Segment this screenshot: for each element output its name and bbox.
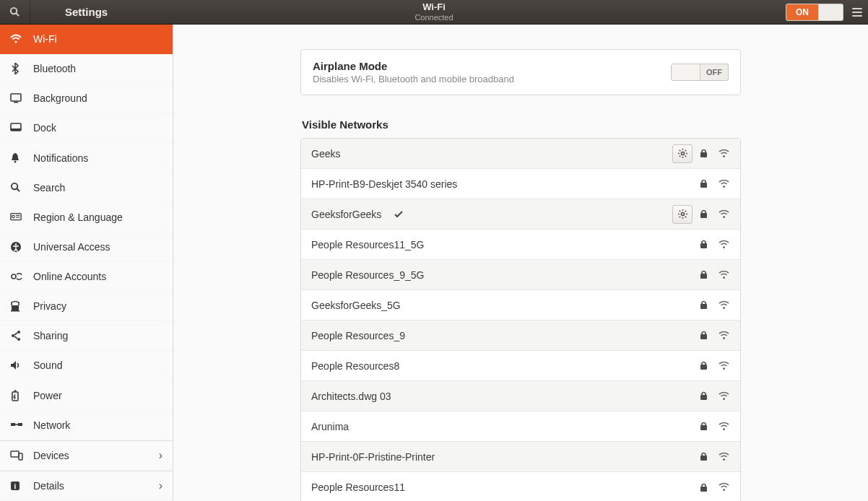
devices-icon xyxy=(10,450,23,461)
svg-rect-29 xyxy=(11,451,19,457)
svg-rect-25 xyxy=(14,390,17,391)
sidebar-item-devices[interactable]: Devices› xyxy=(0,441,173,471)
svg-point-70 xyxy=(723,428,725,430)
wifi-signal-icon xyxy=(719,483,730,492)
svg-line-38 xyxy=(679,150,680,151)
page-subtitle: Connected xyxy=(415,13,453,22)
airplane-toggle-knob xyxy=(672,64,700,80)
network-row[interactable]: HP-Print-B9-Deskjet 3540 series xyxy=(301,169,740,199)
sidebar-item-label: Notifications xyxy=(33,152,88,164)
svg-rect-59 xyxy=(700,274,707,279)
lock-icon xyxy=(700,422,711,431)
svg-rect-61 xyxy=(700,304,707,309)
airplane-mode-toggle[interactable]: OFF xyxy=(671,64,729,81)
lock-icon xyxy=(700,331,711,340)
svg-point-64 xyxy=(723,337,725,339)
lock-icon xyxy=(700,270,711,279)
share-icon xyxy=(10,330,23,341)
sidebar-item-sharing[interactable]: Sharing xyxy=(0,321,173,351)
svg-rect-26 xyxy=(11,423,15,426)
sidebar-item-label: Online Accounts xyxy=(33,271,106,282)
menu-button[interactable] xyxy=(849,8,865,17)
sidebar-item-dock[interactable]: Dock xyxy=(0,113,173,143)
svg-rect-24 xyxy=(12,392,18,401)
network-row[interactable]: Geeks xyxy=(301,139,740,169)
wifi-signal-icon xyxy=(719,301,730,310)
sidebar-item-privacy[interactable]: Privacy xyxy=(0,292,173,321)
network-row[interactable]: People Resources8 xyxy=(301,351,740,381)
search-icon xyxy=(10,182,23,193)
network-name: Architects.dwg 03 xyxy=(311,391,391,402)
sidebar-item-label: Details xyxy=(33,480,64,492)
header-search-button[interactable] xyxy=(0,0,30,25)
network-row[interactable]: GeeksforGeeks xyxy=(301,199,740,230)
network-settings-button[interactable] xyxy=(672,205,693,224)
wifi-toggle-knob xyxy=(818,4,843,20)
svg-point-15 xyxy=(15,243,17,245)
wifi-toggle[interactable]: ON xyxy=(786,4,843,21)
svg-point-16 xyxy=(12,274,16,279)
network-row[interactable]: HP-Print-0F-Pristine-Printer xyxy=(301,442,740,472)
svg-line-54 xyxy=(685,211,685,212)
network-row[interactable]: People Resources11 xyxy=(301,472,740,501)
sidebar-item-universal-access[interactable]: Universal Access xyxy=(0,232,173,262)
network-name: Geeks xyxy=(311,148,340,160)
chevron-right-icon: › xyxy=(159,479,162,492)
network-row[interactable]: Arunima xyxy=(301,411,740,442)
svg-point-21 xyxy=(17,338,20,341)
svg-point-56 xyxy=(723,216,725,218)
sidebar-item-online-accounts[interactable]: Online Accounts xyxy=(0,262,173,292)
sidebar-item-wi-fi[interactable]: Wi-Fi xyxy=(0,25,173,54)
lock-icon xyxy=(700,483,711,492)
svg-line-40 xyxy=(679,156,680,157)
sidebar-item-label: Bluetooth xyxy=(33,63,76,74)
globe-icon xyxy=(10,212,23,222)
svg-point-72 xyxy=(723,458,725,461)
sidebar-item-search[interactable]: Search xyxy=(0,173,173,203)
svg-point-0 xyxy=(11,8,17,14)
network-row[interactable]: People Resources11_5G xyxy=(301,230,740,260)
svg-point-68 xyxy=(723,398,725,400)
sidebar-item-network[interactable]: Network xyxy=(0,411,173,440)
network-name: People Resources_9_5G xyxy=(311,269,424,281)
network-name: GeeksforGeeks xyxy=(311,209,381,220)
sidebar-item-bluetooth[interactable]: Bluetooth xyxy=(0,54,173,84)
sidebar-item-background[interactable]: Background xyxy=(0,84,173,113)
network-row[interactable]: People Resources_9_5G xyxy=(301,260,740,290)
wifi-signal-icon xyxy=(719,149,730,158)
lock-icon xyxy=(700,149,711,158)
network-name: People Resources_9 xyxy=(311,330,405,341)
sidebar-item-sound[interactable]: Sound xyxy=(0,351,173,380)
svg-rect-18 xyxy=(11,310,19,312)
network-name: HP-Print-B9-Deskjet 3540 series xyxy=(311,178,457,190)
sidebar-item-label: Sound xyxy=(33,360,62,371)
network-row[interactable]: GeeksforGeeks_5G xyxy=(301,290,740,321)
svg-point-60 xyxy=(723,276,725,279)
network-list: GeeksHP-Print-B9-Deskjet 3540 seriesGeek… xyxy=(300,138,741,501)
svg-line-22 xyxy=(14,333,17,335)
network-row[interactable]: Architects.dwg 03 xyxy=(301,381,740,411)
svg-text:i: i xyxy=(14,482,17,490)
svg-point-11 xyxy=(12,215,15,218)
lock-icon xyxy=(700,209,711,219)
connected-check-icon xyxy=(394,211,403,218)
wifi-signal-icon xyxy=(719,331,730,340)
svg-rect-71 xyxy=(700,456,707,461)
sidebar-item-details[interactable]: iDetails› xyxy=(0,471,173,501)
sidebar-item-label: Devices xyxy=(33,450,69,461)
svg-point-33 xyxy=(681,152,684,154)
sidebar-item-power[interactable]: Power xyxy=(0,381,173,411)
svg-rect-6 xyxy=(11,128,21,131)
network-name: People Resources8 xyxy=(311,360,399,372)
svg-line-51 xyxy=(679,211,680,212)
wifi-toggle-label: ON xyxy=(786,4,818,20)
svg-point-43 xyxy=(723,155,725,157)
network-name: GeeksforGeeks_5G xyxy=(311,300,401,311)
svg-point-45 xyxy=(723,186,725,188)
network-row[interactable]: People Resources_9 xyxy=(301,321,740,351)
wifi-signal-icon xyxy=(719,453,730,461)
sidebar-item-region-language[interactable]: Region & Language xyxy=(0,203,173,232)
sidebar-item-notifications[interactable]: Notifications xyxy=(0,144,173,173)
network-settings-button[interactable] xyxy=(672,144,693,163)
svg-rect-57 xyxy=(700,243,707,248)
